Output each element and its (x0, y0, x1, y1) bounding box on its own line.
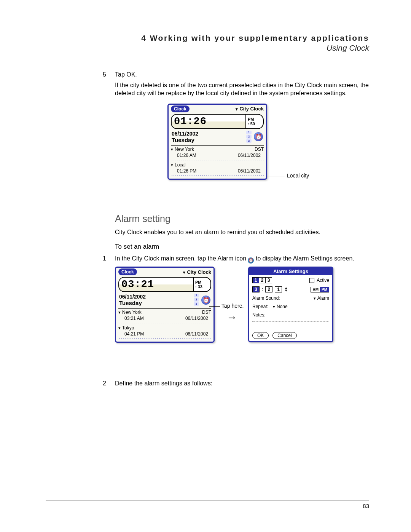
ampm-value: PM (195, 280, 210, 284)
callout-leader (209, 306, 220, 307)
repeat-dropdown[interactable]: None (273, 304, 288, 309)
active-label: Active (317, 278, 329, 283)
city-date: 06/11/2002 (238, 153, 261, 158)
notes-line[interactable] (252, 324, 329, 328)
view-dropdown[interactable]: City Clock (236, 106, 264, 112)
time-display: 03:21 PM : 33 (118, 277, 211, 292)
app-title-pill: Clock (171, 105, 190, 112)
header-rule (46, 55, 369, 55)
step-text: Define the alarm settings as follows: (115, 379, 369, 388)
active-checkbox[interactable] (309, 278, 314, 283)
step-number: 1 (103, 254, 115, 264)
view-icons[interactable]: 123 (246, 131, 252, 143)
callout-leader (266, 176, 285, 176)
city-row-1: New York DST 01:26 AM 06/11/2002 (169, 146, 266, 160)
city-dropdown[interactable]: Tokyo (118, 325, 134, 331)
repeat-label: Repeat: (252, 304, 268, 309)
city-date: 06/11/2002 (238, 168, 261, 174)
city-row-2: Tokyo 04:21 PM 06/11/2002 (116, 324, 213, 338)
step-number: 2 (103, 379, 115, 388)
city-time: 03:21 AM (124, 316, 144, 321)
step-5-followup: If the city deleted is one of the two cu… (115, 81, 369, 97)
alarm-tabs[interactable]: 123 (252, 277, 272, 283)
heading-alarm-setting: Alarm setting (115, 213, 369, 224)
city-dropdown[interactable]: Local (171, 162, 186, 168)
alarm-settings-dialog: Alarm Settings 123 Active 3 : 21 ▲▼ (248, 267, 333, 342)
callout-tap-here: Tap here. (221, 303, 244, 309)
city-time: 01:26 AM (177, 153, 196, 158)
step-text: Tap OK. (115, 70, 369, 79)
date-value: 06/11/2002 (172, 131, 244, 137)
page-number: 83 (46, 503, 369, 509)
section-subtitle: Using Clock (46, 43, 369, 53)
view-icons[interactable]: 123 (194, 294, 199, 306)
notes-line[interactable] (252, 318, 329, 322)
time-display: 01:26 PM : 50 (171, 114, 264, 129)
cancel-button[interactable]: Cancel (272, 332, 296, 339)
ampm-value: PM (248, 117, 263, 121)
dst-label: DST (255, 147, 264, 152)
seconds-value: : 50 (248, 121, 263, 126)
min-tens-field[interactable]: 2 (265, 286, 272, 292)
alarm-icon: ⏰ (248, 257, 254, 264)
subhead-to-set-alarm: To set an alarm (115, 243, 369, 251)
alarm-intro: City Clock enables you to set an alarm t… (115, 228, 369, 236)
callout-local-city: Local city (287, 173, 309, 179)
pda-screen-bottom: Clock City Clock 03:21 PM : 33 06/11/200… (115, 267, 215, 343)
city-time: 01:26 PM (177, 168, 196, 174)
day-value: Tuesday (172, 137, 244, 143)
figure-2: Clock City Clock 03:21 PM : 33 06/11/200… (46, 267, 369, 369)
city-row-1: New York DST 03:21 AM 06/11/2002 (116, 309, 213, 323)
notes-label: Notes: (252, 312, 329, 318)
step-text: In the City Clock main screen, tap the A… (115, 254, 369, 264)
arrow-icon: → (226, 312, 237, 324)
city-row-2: Local 01:26 PM 06/11/2002 (169, 161, 266, 175)
ampm-toggle[interactable]: AMPM (311, 287, 329, 292)
city-dropdown[interactable]: New York (118, 310, 142, 315)
pda-screen-top: Clock City Clock 01:26 PM : 50 06/11/200… (167, 104, 267, 180)
step-1: 1 In the City Clock main screen, tap the… (103, 254, 369, 264)
alarm-icon[interactable]: ⏰ (201, 296, 210, 305)
hour-field[interactable]: 3 (252, 286, 260, 292)
city-dropdown[interactable]: New York (171, 147, 194, 152)
figure-1: Clock City Clock 01:26 PM : 50 06/11/200… (46, 104, 369, 203)
step-2: 2 Define the alarm settings as follows: (103, 379, 369, 388)
dst-label: DST (202, 310, 211, 315)
dialog-title: Alarm Settings (249, 268, 332, 275)
footer-rule (46, 500, 369, 500)
seconds-value: : 33 (195, 284, 210, 289)
date-value: 06/11/2002 (119, 294, 191, 300)
chapter-title: 4 Working with your supplementary applic… (46, 34, 369, 43)
step-5: 5 Tap OK. (103, 70, 369, 79)
city-date: 06/11/2002 (185, 316, 208, 321)
sound-label: Alarm Sound: (252, 296, 280, 301)
time-value: 01:26 (172, 115, 245, 128)
city-time: 04:21 PM (124, 331, 144, 337)
min-ones-field[interactable]: 1 (275, 286, 282, 292)
city-date: 06/11/2002 (185, 331, 208, 337)
step-number: 5 (103, 70, 115, 79)
view-dropdown[interactable]: City Clock (183, 269, 211, 275)
ok-button[interactable]: OK (252, 332, 269, 339)
app-title-pill: Clock (118, 268, 137, 275)
sound-dropdown[interactable]: Alarm (314, 296, 329, 301)
time-value: 03:21 (119, 278, 193, 291)
alarm-icon[interactable]: ⏰ (254, 132, 263, 141)
time-spinner[interactable]: ▲▼ (284, 287, 288, 292)
day-value: Tuesday (119, 300, 191, 306)
